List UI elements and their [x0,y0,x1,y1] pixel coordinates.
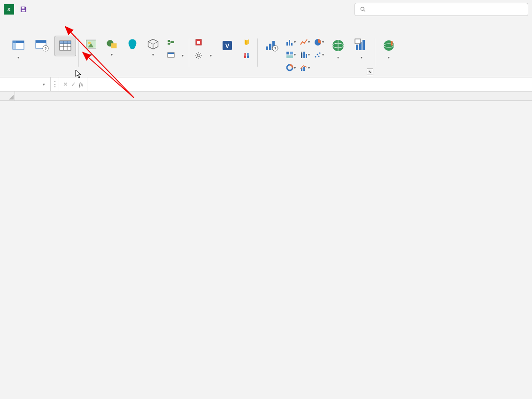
shapes-button[interactable]: ▾ [102,36,121,59]
svg-text:V: V [225,42,229,49]
svg-point-60 [315,56,316,57]
svg-rect-66 [303,67,305,71]
svg-rect-49 [286,42,288,46]
svg-rect-76 [391,41,393,46]
select-all-corner[interactable] [0,92,15,100]
svg-marker-38 [245,39,247,45]
chart-line-button[interactable]: ▾ [298,36,311,48]
svg-rect-43 [247,55,249,58]
svg-point-63 [318,55,319,57]
chart-column-button[interactable]: ▾ [284,36,297,48]
spreadsheet-grid[interactable] [0,92,532,101]
screenshot-button[interactable]: ▾ [164,51,186,60]
icons-button[interactable] [123,36,142,54]
svg-point-42 [247,53,249,55]
search-icon [360,6,366,13]
svg-rect-2 [22,7,24,9]
table-button[interactable] [54,36,76,56]
svg-rect-70 [356,45,358,50]
svg-rect-73 [355,39,361,44]
maps-button[interactable]: ▾ [327,36,349,62]
recommended-charts-button[interactable]: ? [261,36,282,56]
svg-rect-50 [289,40,290,46]
bing-maps-button[interactable] [240,38,255,47]
charts-launcher[interactable]: ⬊ [367,69,373,75]
save-icon[interactable] [19,5,28,14]
pivot-table-button[interactable]: ▾ [8,36,29,62]
svg-line-5 [364,10,365,12]
svg-rect-41 [244,55,246,58]
window-title [37,6,43,13]
get-addins-button[interactable] [192,38,214,47]
pivot-chart-button[interactable]: ▾ [351,36,372,62]
svg-rect-18 [60,41,71,44]
chart-statistic-button[interactable]: ▾ [298,49,311,61]
svg-rect-26 [168,40,170,42]
svg-line-29 [170,41,171,42]
chart-hierarchy-button[interactable]: ▾ [284,49,297,61]
svg-rect-55 [286,55,293,58]
3d-map-button[interactable]: ▾ [378,36,400,62]
svg-rect-57 [303,52,305,58]
ribbon: ▾ ? ▾ ▾ [0,34,532,77]
chart-combo-button[interactable]: ▾ [298,61,311,74]
name-box[interactable]: ▾ [0,77,51,91]
menu-tabs [0,19,532,34]
svg-marker-39 [247,39,249,45]
svg-rect-10 [36,40,46,43]
svg-rect-23 [111,43,116,48]
svg-rect-51 [291,43,293,46]
svg-rect-72 [362,40,365,50]
svg-text:?: ? [274,46,276,51]
svg-rect-27 [168,43,170,45]
svg-rect-28 [171,41,174,43]
name-box-dropdown-icon[interactable]: ▾ [43,82,47,87]
svg-point-4 [361,7,364,10]
svg-rect-45 [269,44,271,50]
svg-point-35 [197,54,200,57]
chart-scatter-button[interactable]: ▾ [312,49,325,61]
fx-icon[interactable]: fx [79,81,83,88]
fb-enter-icon[interactable]: ✓ [71,81,76,88]
svg-rect-44 [266,46,268,50]
svg-point-62 [319,52,320,54]
svg-point-40 [244,53,246,55]
3d-models-button[interactable]: ▾ [144,36,162,59]
svg-rect-54 [290,52,293,54]
formula-bar: ▾ ⋮ ✕ ✓ fx [0,77,532,92]
svg-rect-58 [306,54,307,58]
svg-text:?: ? [45,46,47,51]
chart-waterfall-button[interactable]: ▾ [284,61,297,74]
svg-point-20 [88,42,91,44]
chart-pie-button[interactable]: ▾ [312,36,325,48]
pictures-button[interactable]: ▾ [82,36,100,59]
svg-rect-3 [22,10,25,12]
svg-point-61 [316,54,318,55]
excel-app-icon: X [4,4,14,15]
svg-rect-34 [197,41,200,44]
svg-text:X: X [8,7,10,12]
svg-rect-8 [13,41,16,49]
svg-rect-53 [286,52,289,54]
svg-rect-32 [168,53,174,54]
svg-line-30 [170,42,171,44]
formula-bar-separator: ⋮ [51,77,59,91]
search-box[interactable] [355,3,528,16]
visio-visualizer-button[interactable]: V [216,36,238,57]
recommended-pivot-button[interactable]: ? [31,36,53,56]
formula-input[interactable] [87,77,532,91]
smartart-button[interactable] [164,38,186,47]
my-addins-button[interactable]: ▾ [192,51,214,60]
people-graph-button[interactable] [240,51,255,60]
fb-cancel-icon[interactable]: ✕ [63,81,68,88]
